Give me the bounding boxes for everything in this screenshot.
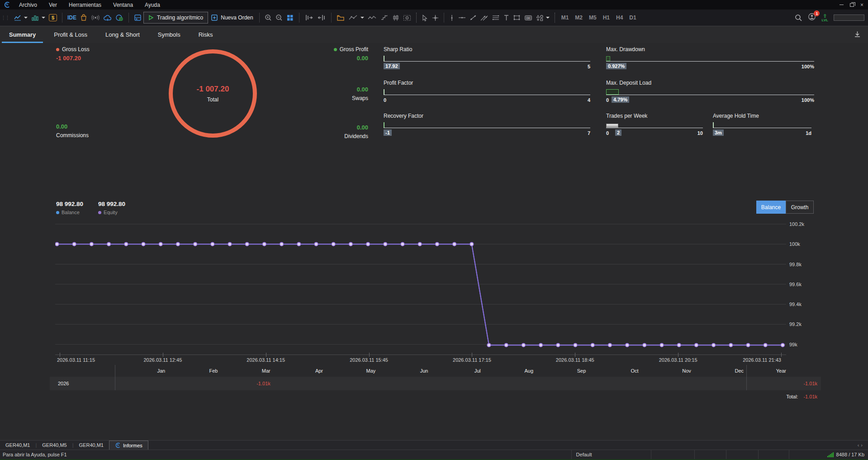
y-tick-label: 99.4k (789, 302, 802, 307)
menu-ventana[interactable]: Ventana (107, 2, 139, 8)
zoom-in-button[interactable] (263, 13, 274, 23)
channel-button[interactable] (479, 13, 490, 22)
toolbar-grip[interactable]: ⋮⋮ (1, 15, 9, 21)
reports-tab-label: Informes (123, 443, 142, 448)
dollar-icon: $ (49, 14, 57, 21)
reports-tab[interactable]: Informes (109, 441, 148, 450)
vertical-line-icon (449, 14, 455, 21)
tab-summary[interactable]: Summary (0, 26, 45, 43)
algo-trading-button[interactable]: Trading algorítmico (143, 12, 208, 24)
minimize-button[interactable] (840, 5, 844, 5)
gauge-label: Max. Drawdown (606, 46, 814, 53)
gauge-value-badge: 17.92 (384, 63, 400, 69)
ide-button[interactable]: IDE (66, 13, 78, 22)
gauge-min: 0 (606, 130, 609, 136)
horizontal-line-button[interactable] (456, 14, 468, 22)
chart-tab-ger40-m1-2[interactable]: GER40,M1 (74, 442, 109, 448)
x-tick (781, 353, 782, 357)
gross-profit-label: Gross Profit (340, 46, 368, 53)
month-mar: Mar (221, 368, 273, 374)
shapes-button[interactable] (534, 13, 551, 23)
text-tool-button[interactable] (502, 13, 511, 22)
menu-archivo[interactable]: Archivo (13, 2, 43, 8)
timeframe-h4[interactable]: H4 (613, 14, 626, 21)
trendline-button[interactable] (468, 13, 479, 22)
shift-end-button[interactable] (303, 13, 315, 22)
mt5-logo-icon (4, 1, 10, 8)
chart-tab-ger40-m1[interactable]: GER40,M1 (0, 442, 35, 448)
timeframe-m2[interactable]: M2 (572, 14, 586, 21)
new-chart-button[interactable] (12, 13, 29, 23)
level-label: LVL (821, 19, 828, 22)
search-icon[interactable] (795, 14, 802, 22)
chevron-down-icon (360, 17, 364, 19)
market-depth-button[interactable] (132, 13, 143, 23)
connection-status[interactable]: 8488 / 17 Kb (821, 452, 868, 457)
shift-back-button[interactable] (315, 13, 328, 22)
chart-tab-ger40-m5[interactable]: GER40,M5 (37, 442, 72, 448)
gauge-label: Trades per Week (606, 113, 703, 120)
level-icon[interactable]: ⇧ LVL (821, 14, 828, 22)
line-style-button[interactable] (346, 13, 366, 22)
chart-profiles-button[interactable] (29, 13, 47, 23)
dividends-value: 0.00 (333, 124, 368, 131)
close-button[interactable]: × (860, 3, 863, 7)
tab-long-short[interactable]: Long & Short (96, 26, 149, 43)
timeframe-d1[interactable]: D1 (626, 14, 639, 21)
tile-windows-button[interactable] (285, 13, 296, 23)
timeframe-m5[interactable]: M5 (586, 14, 600, 21)
rectangle-tool-button[interactable] (511, 13, 522, 22)
gauge-profit-factor: Profit Factor 0 4 (384, 80, 590, 105)
month-apr: Apr (273, 368, 326, 374)
tab-risks[interactable]: Risks (190, 26, 222, 43)
y-tick-label: 99.8k (789, 262, 802, 267)
screenshot-button[interactable] (401, 13, 413, 23)
gauge-bar (606, 124, 618, 128)
signals-button[interactable] (89, 13, 102, 22)
button-object-button[interactable]: OK (522, 14, 534, 22)
growth-view-button[interactable]: Growth (786, 201, 814, 214)
zoom-out-button[interactable] (274, 13, 285, 23)
candles-chart-button[interactable] (390, 13, 401, 23)
main-toolbar: ⋮⋮ $ IDE (0, 10, 868, 26)
step-chart-button[interactable] (379, 13, 390, 22)
crosshair-button[interactable] (430, 13, 441, 23)
tab-symbols[interactable]: Symbols (149, 26, 190, 43)
community-button[interactable] (114, 13, 125, 23)
gauge-max-drawdown: Max. Drawdown 0.927% 100% (606, 46, 814, 72)
menu-ver[interactable]: Ver (43, 2, 63, 8)
zigzag-chart-button[interactable] (366, 14, 379, 22)
dividends-stat: 0.00 Dividends (333, 124, 368, 139)
y-tick-label: 100k (789, 241, 800, 247)
total-value: -1.01k (803, 394, 817, 399)
vps-button[interactable] (102, 13, 114, 23)
gauge-label: Max. Deposit Load (606, 80, 814, 86)
restore-button[interactable] (850, 3, 854, 7)
gauge-cursor (384, 89, 384, 95)
month-may: May (326, 368, 378, 374)
timeframe-h1[interactable]: H1 (600, 14, 613, 21)
export-report-button[interactable] (854, 31, 861, 39)
new-order-label: Nueva Orden (221, 14, 253, 21)
x-tick-label: 2026.03.11 14:15 (247, 357, 285, 363)
menu-herramientas[interactable]: Herramientas (63, 2, 107, 8)
gauge-cursor (384, 56, 384, 61)
economic-calendar-button[interactable]: $ (47, 13, 59, 23)
tab-scroll-arrows[interactable]: ‹› (858, 442, 864, 448)
balance-view-button[interactable]: Balance (756, 201, 786, 214)
report-tab-bar: Summary Profit & Loss Long & Short Symbo… (0, 26, 868, 43)
gauge-cursor (713, 122, 714, 128)
account-button[interactable]: 1 (808, 13, 816, 23)
fibonacci-button[interactable] (490, 13, 502, 22)
menu-ayuda[interactable]: Ayuda (139, 2, 166, 8)
download-icon (854, 31, 861, 38)
indicators-button[interactable] (335, 13, 346, 23)
new-order-button[interactable]: Nueva Orden (208, 14, 256, 21)
market-button[interactable] (78, 13, 89, 23)
timeframe-m1[interactable]: M1 (558, 14, 572, 21)
profile-selector[interactable]: Default (571, 450, 651, 459)
vertical-line-button[interactable] (447, 13, 456, 23)
cursor-button[interactable] (420, 13, 430, 23)
tab-profit-loss[interactable]: Profit & Loss (45, 26, 96, 43)
gauge-max: 5 (588, 64, 590, 69)
